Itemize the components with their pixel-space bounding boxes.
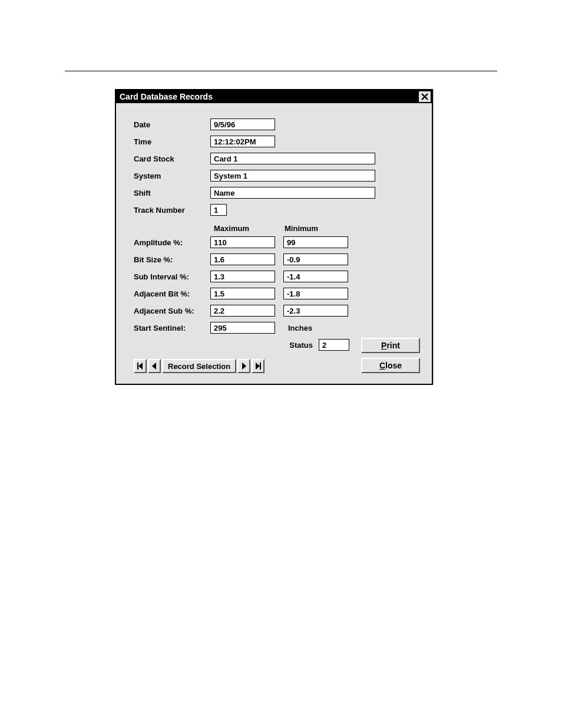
adjacent-bit-label: Adjacent Bit %: bbox=[134, 289, 210, 298]
svg-marker-2 bbox=[242, 363, 246, 370]
svg-marker-1 bbox=[152, 363, 156, 370]
max-header: Maximum bbox=[210, 224, 283, 233]
start-sentinel-unit: Inches bbox=[288, 324, 312, 332]
start-sentinel-label: Start Sentinel: bbox=[134, 324, 210, 332]
window-title: Card Database Records bbox=[120, 92, 213, 101]
adjacent-bit-min-field[interactable]: -1.8 bbox=[283, 288, 348, 299]
card-stock-label: Card Stock bbox=[134, 154, 210, 163]
card-stock-field[interactable]: Card 1 bbox=[210, 153, 375, 164]
date-field[interactable]: 9/5/96 bbox=[210, 118, 275, 130]
last-record-button[interactable] bbox=[252, 359, 265, 373]
page-divider bbox=[65, 71, 497, 71]
amplitude-label: Amplitude %: bbox=[134, 238, 210, 247]
bit-size-max-field[interactable]: 1.6 bbox=[210, 253, 275, 265]
adjacent-bit-max-field[interactable]: 1.5 bbox=[210, 288, 275, 299]
print-label-rest: rint bbox=[386, 341, 400, 350]
shift-field[interactable]: Name bbox=[210, 187, 375, 199]
time-label: Time bbox=[134, 137, 210, 146]
time-field[interactable]: 12:12:02PM bbox=[210, 136, 275, 147]
min-header: Minimum bbox=[283, 224, 348, 233]
close-mnemonic: C bbox=[379, 361, 385, 370]
sub-interval-label: Sub Interval %: bbox=[134, 272, 210, 281]
system-label: System bbox=[134, 172, 210, 180]
status-label: Status bbox=[289, 341, 313, 350]
svg-marker-0 bbox=[138, 363, 143, 370]
adjacent-sub-label: Adjacent Sub %: bbox=[134, 307, 210, 315]
track-number-field[interactable]: 1 bbox=[210, 204, 227, 216]
track-number-label: Track Number bbox=[134, 206, 210, 215]
date-label: Date bbox=[134, 120, 210, 129]
sub-interval-max-field[interactable]: 1.3 bbox=[210, 271, 275, 282]
print-mnemonic: P bbox=[381, 341, 386, 350]
record-navigator: Record Selection bbox=[134, 359, 266, 373]
bit-size-min-field[interactable]: -0.9 bbox=[283, 253, 348, 265]
amplitude-min-field[interactable]: 99 bbox=[283, 236, 348, 248]
bit-size-label: Bit Size %: bbox=[134, 255, 210, 264]
print-button[interactable]: Print bbox=[361, 338, 420, 353]
sub-interval-min-field[interactable]: -1.4 bbox=[283, 271, 348, 282]
close-button[interactable]: Close bbox=[361, 358, 420, 373]
close-label-rest: lose bbox=[385, 361, 402, 370]
card-database-dialog: Card Database Records Date 9/5/96 Time 1… bbox=[115, 89, 433, 385]
adjacent-sub-max-field[interactable]: 2.2 bbox=[210, 305, 275, 317]
svg-marker-3 bbox=[256, 363, 260, 370]
prev-record-button[interactable] bbox=[148, 359, 161, 373]
first-record-button[interactable] bbox=[134, 359, 147, 373]
start-sentinel-field[interactable]: 295 bbox=[210, 322, 275, 334]
amplitude-max-field[interactable]: 110 bbox=[210, 236, 275, 248]
next-record-button[interactable] bbox=[237, 359, 250, 373]
close-icon[interactable] bbox=[418, 91, 431, 103]
dialog-body: Date 9/5/96 Time 12:12:02PM Card Stock C… bbox=[116, 103, 432, 384]
column-headers: Maximum Minimum bbox=[210, 224, 420, 233]
system-field[interactable]: System 1 bbox=[210, 170, 375, 182]
record-selection-label: Record Selection bbox=[162, 359, 236, 373]
shift-label: Shift bbox=[134, 189, 210, 197]
adjacent-sub-min-field[interactable]: -2.3 bbox=[283, 305, 348, 317]
status-field[interactable]: 2 bbox=[319, 339, 349, 351]
titlebar: Card Database Records bbox=[116, 90, 432, 103]
